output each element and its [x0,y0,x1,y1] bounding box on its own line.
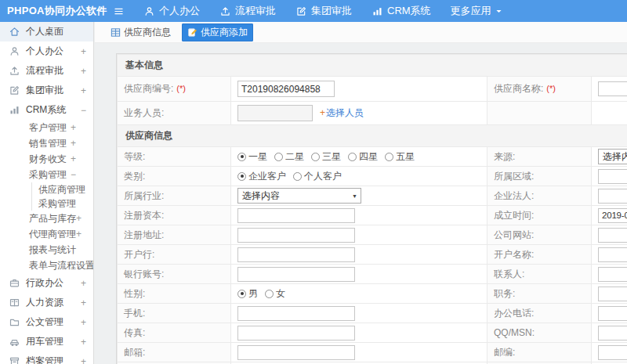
region-label: 所属区域: [487,167,592,186]
radio-label: 一星 [248,150,267,164]
office-phone-input[interactable] [598,306,627,321]
category-radio-0[interactable]: 企业客户 [237,170,286,183]
gender-radio-1[interactable]: 女 [265,287,285,301]
topnav-item-workflow-approval[interactable]: 流程审批 [219,4,276,18]
sidebar-subitem-reports-stats[interactable]: 报表与统计 [0,242,93,258]
supplier-form-table: 基本信息供应商编号:(*)供应商名称:(*)业务人员:+选择人员供应商信息等级:… [117,54,627,364]
expand-toggle-icon[interactable]: + [71,122,76,133]
radio-button-icon [348,153,357,161]
menu-toggle-button[interactable] [113,5,125,17]
topnav-item-personal-office[interactable]: 个人办公 [143,4,200,18]
expand-toggle-icon[interactable]: − [81,105,86,116]
position-input[interactable] [598,287,627,301]
supplier-name-input[interactable] [598,81,627,96]
founded-date-input[interactable] [598,208,627,223]
sidebar-subitem-form-workflow-settings[interactable]: 表单与流程设置+ [0,258,93,273]
bank-branch-input[interactable] [237,247,355,262]
qq-msn-input[interactable] [598,326,627,341]
category-radio-1[interactable]: 个人客户 [293,170,342,183]
hr-icon [9,297,20,308]
sidebar-subitem-customer-mgmt[interactable]: 客户管理+ [0,120,93,135]
supplier-code-label: 供应商编号:(*) [118,77,231,102]
expand-toggle-icon[interactable]: + [81,66,86,77]
bank-account-input[interactable] [237,267,355,282]
expand-toggle-icon[interactable]: + [81,46,86,57]
sidebar-item-personal-office[interactable]: 个人办公+ [0,41,93,61]
fax-input[interactable] [237,326,355,341]
topnav-label-crm-system: CRM系统 [387,4,431,18]
industry-select[interactable]: 选择内容▼ [237,188,361,204]
sidebar-subitem-product-inventory[interactable]: 产品与库存+ [0,211,93,226]
level-radio-4[interactable]: 五星 [385,150,415,164]
staff-input[interactable] [237,105,313,121]
expand-toggle-icon[interactable]: + [81,278,86,289]
topnav-item-more-apps[interactable]: 更多应用 [451,4,502,18]
contact-person-field [592,265,627,284]
sidebar: 个人桌面个人办公+流程审批+集团审批+CRM系统−客户管理+销售管理+财务收支+… [0,22,94,364]
sidebar-item-crm-system[interactable]: CRM系统− [0,100,93,120]
expand-toggle-icon[interactable]: + [81,317,86,328]
zipcode-input[interactable] [598,345,627,360]
registered-capital-input[interactable] [237,208,355,223]
sidebar-subitem-finance-inout[interactable]: 财务收支+ [0,151,93,167]
topnav-label-personal-office: 个人办公 [159,4,200,18]
level-radio-3[interactable]: 四星 [348,150,378,164]
expand-toggle-icon[interactable]: + [76,213,82,224]
sidebar-item-group-approval[interactable]: 集团审批+ [0,81,93,100]
fax-label: 传真: [118,323,231,343]
topnav-item-crm-system[interactable]: CRM系统 [371,4,431,18]
expand-toggle-icon[interactable]: + [76,229,82,240]
sidebar-item-hr[interactable]: 人力资源+ [0,293,93,312]
sidebar-subsubitem-purchase-mgmt-sub[interactable]: 采购管理 [32,196,93,211]
expand-toggle-icon[interactable]: + [81,297,86,308]
expand-toggle-icon[interactable]: + [71,138,76,149]
radio-label: 女 [276,287,285,301]
source-select-value: 选择内容 [603,150,627,164]
mobile-input[interactable] [237,306,355,321]
app-brand: PHPOA协同办公软件 [0,4,100,18]
sidebar-subitem-sales-mgmt[interactable]: 销售管理+ [0,135,93,151]
field-label-text: 等级: [124,151,145,162]
chart-icon [371,5,383,17]
account-name-input[interactable] [598,247,627,262]
source-select[interactable]: 选择内容▼ [598,149,627,164]
sidebar-item-vehicle-mgmt[interactable]: 用车管理+ [0,332,93,351]
tab-supplier-info[interactable]: 供应商信息 [105,23,176,41]
sidebar-item-personal-desktop[interactable]: 个人桌面 [0,22,93,41]
sidebar-item-workflow-approval[interactable]: 流程审批+ [0,61,93,81]
expand-toggle-icon[interactable]: − [71,169,76,180]
sidebar-subitem-purchase-mgmt[interactable]: 采购管理− [0,167,93,182]
region-input[interactable] [598,169,627,184]
sidebar-item-document-mgmt[interactable]: 公文管理+ [0,312,93,332]
region-field [592,167,627,186]
email-input[interactable] [237,345,355,360]
registered-address-input[interactable] [237,228,355,243]
company-website-input[interactable] [598,228,627,243]
gender-radio-0[interactable]: 男 [237,287,258,301]
topnav-item-group-approval[interactable]: 集团审批 [295,4,352,18]
sidebar-item-label: 档案管理 [26,355,81,364]
field-label-text: 供应商名称: [494,83,543,94]
expand-toggle-icon[interactable]: + [71,153,76,164]
staff-label: 业务人员: [118,102,231,125]
legal-person-input[interactable] [598,189,627,204]
tab-supplier-add[interactable]: 供应商添加 [182,23,253,41]
expand-toggle-icon[interactable]: + [81,356,86,364]
sidebar-item-admin-office[interactable]: 行政办公+ [0,273,93,293]
account-name-field [592,245,627,265]
expand-toggle-icon[interactable]: + [81,337,86,348]
radio-button-icon [293,172,302,181]
archive-icon [9,355,20,364]
supplier-code-input[interactable] [237,81,335,97]
sidebar-subsubitem-supplier-mgmt[interactable]: 供应商管理 [32,182,93,196]
radio-label: 四星 [359,150,378,164]
sidebar-item-archive-mgmt[interactable]: 档案管理+ [0,351,93,364]
level-radio-2[interactable]: 三星 [311,150,341,164]
sidebar-item-label: 行政办公 [26,276,81,290]
level-radio-0[interactable]: 一星 [237,150,267,164]
sidebar-subitem-agent-mgmt[interactable]: 代理商管理+ [0,226,93,242]
expand-toggle-icon[interactable]: + [81,85,86,96]
contact-person-input[interactable] [598,267,627,282]
level-radio-1[interactable]: 二星 [274,150,304,164]
select-staff-link[interactable]: 选择人员 [326,107,364,118]
